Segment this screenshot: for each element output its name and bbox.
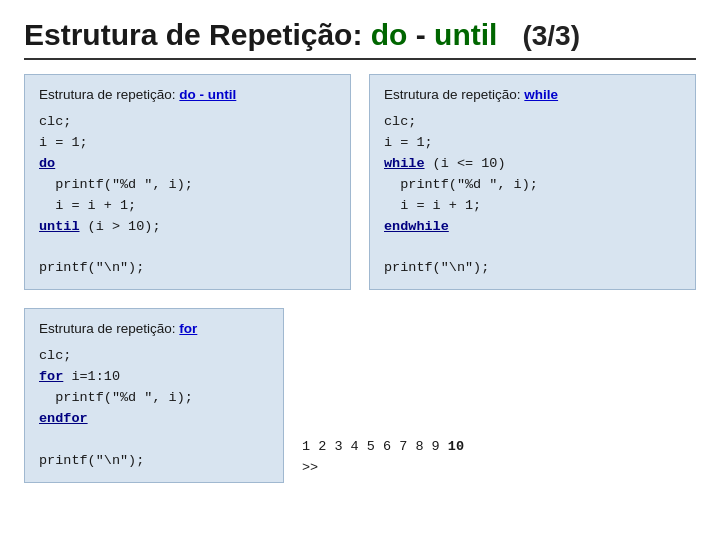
wcode-1: clc; [384,114,416,129]
fcode-6: printf("\n"); [39,453,144,468]
for-label-kw: for [179,321,197,336]
wcode-2: i = 1; [384,135,433,150]
fcode-3: printf("%d ", i); [39,390,193,405]
while-label: Estrutura de repetição: while [384,85,681,106]
do-until-label-kw: do - until [179,87,236,102]
fcode-1: clc; [39,348,71,363]
top-row: Estrutura de repetição: do - until clc; … [24,74,696,290]
do-until-code: clc; i = 1; do printf("%d ", i); i = i +… [39,112,336,279]
wcode-4: printf("%d ", i); [384,177,538,192]
code-line-4: printf("%d ", i); [39,177,193,192]
slide-number: (3/3) [522,20,580,51]
code-line-3-kw: do [39,156,55,171]
title-text-plain: Estrutura de Repetição: [24,18,371,51]
wcode-3-rest: (i <= 10) [425,156,506,171]
title-kw-do: do [371,18,408,51]
wcode-5: i = i + 1; [384,198,481,213]
output-line2: >> [302,460,318,475]
for-label: Estrutura de repetição: for [39,319,269,340]
page: Estrutura de Repetição: do - until (3/3)… [0,0,720,540]
output-area: 1 2 3 4 5 6 7 8 9 10 >> [302,308,696,482]
while-box: Estrutura de repetição: while clc; i = 1… [369,74,696,290]
for-box: Estrutura de repetição: for clc; for i=1… [24,308,284,482]
code-line-2: i = 1; [39,135,88,150]
code-line-6-kw: until [39,219,80,234]
title-kw-until: until [434,18,497,51]
while-label-kw: while [524,87,558,102]
wcode-8: printf("\n"); [384,260,489,275]
main-title: Estrutura de Repetição: do - until (3/3) [24,18,696,60]
code-line-8: printf("\n"); [39,260,144,275]
code-line-1: clc; [39,114,71,129]
bottom-row: Estrutura de repetição: for clc; for i=1… [24,308,696,482]
fcode-2-rest: i=1:10 [63,369,120,384]
title-separator: - [407,18,434,51]
while-label-plain: Estrutura de repetição: [384,87,524,102]
output-line1-nums: 1 2 3 4 5 6 7 8 9 [302,439,448,454]
wcode-6-kw: endwhile [384,219,449,234]
code-line-6-rest: (i > 10); [80,219,161,234]
code-line-5: i = i + 1; [39,198,136,213]
wcode-3-kw: while [384,156,425,171]
while-code: clc; i = 1; while (i <= 10) printf("%d "… [384,112,681,279]
fcode-2-kw: for [39,369,63,384]
do-until-label-plain: Estrutura de repetição: [39,87,179,102]
do-until-box: Estrutura de repetição: do - until clc; … [24,74,351,290]
for-label-plain: Estrutura de repetição: [39,321,179,336]
do-until-label: Estrutura de repetição: do - until [39,85,336,106]
output-text: 1 2 3 4 5 6 7 8 9 10 >> [302,437,696,479]
fcode-4-kw: endfor [39,411,88,426]
for-code: clc; for i=1:10 printf("%d ", i); endfor… [39,346,269,472]
output-line1-bold: 10 [448,439,464,454]
